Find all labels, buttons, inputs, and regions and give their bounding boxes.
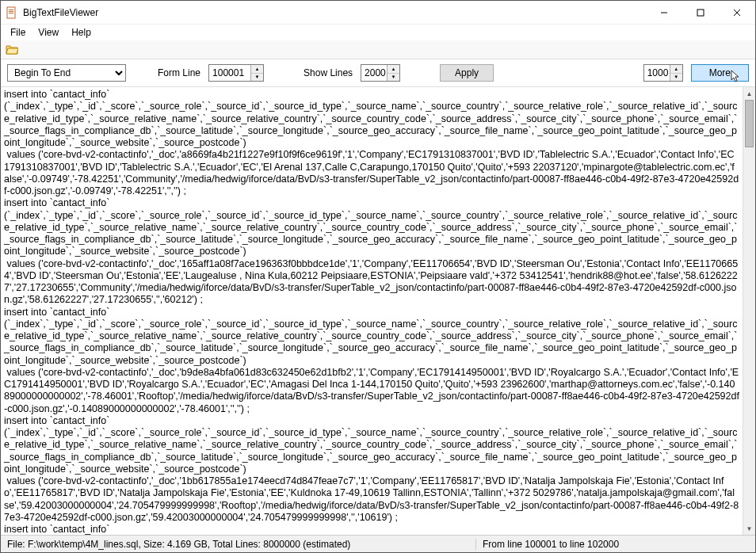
more-button[interactable]: More	[691, 64, 749, 82]
controls-row: Begin To End Form Line ▲▼ Show Lines ▲▼ …	[1, 59, 755, 86]
open-file-icon[interactable]	[6, 44, 18, 56]
apply-button[interactable]: Apply	[440, 64, 494, 82]
vertical-scrollbar[interactable]: ▲ ▼	[743, 87, 755, 535]
maximize-button[interactable]	[682, 1, 719, 24]
window-title: BigTextFileViewer	[23, 7, 646, 18]
svg-rect-5	[697, 10, 704, 16]
menubar: File View Help	[1, 25, 755, 40]
close-button[interactable]	[719, 1, 755, 24]
form-line-spinner[interactable]: ▲▼	[250, 65, 263, 81]
step-spinner[interactable]: ▲▼	[670, 65, 682, 81]
show-lines-spinner[interactable]: ▲▼	[387, 65, 399, 81]
menu-file[interactable]: File	[4, 25, 32, 40]
text-pane: insert into `cantact_info` (`_index`,`_t…	[1, 86, 755, 535]
show-lines-label: Show Lines	[304, 67, 353, 78]
direction-select[interactable]: Begin To End	[7, 64, 126, 82]
svg-rect-1	[9, 10, 13, 10]
scroll-thumb[interactable]	[745, 100, 754, 147]
statusbar: File: F:\work\temp\4M_lines.sql, Size: 4…	[1, 535, 755, 552]
menu-help[interactable]: Help	[65, 25, 97, 40]
menu-view[interactable]: View	[32, 25, 65, 40]
scroll-down-arrow-icon[interactable]: ▼	[743, 522, 755, 535]
file-content[interactable]: insert into `cantact_info` (`_index`,`_t…	[1, 87, 743, 535]
minimize-button[interactable]	[646, 1, 682, 24]
form-line-label: Form Line	[158, 67, 200, 78]
mouse-cursor-icon	[730, 70, 743, 82]
titlebar: BigTextFileViewer	[1, 1, 755, 25]
svg-rect-2	[9, 11, 13, 12]
scroll-track[interactable]	[743, 100, 755, 522]
scroll-up-arrow-icon[interactable]: ▲	[743, 87, 755, 100]
app-icon	[6, 6, 18, 19]
svg-rect-3	[9, 13, 13, 13]
status-left: File: F:\work\temp\4M_lines.sql, Size: 4…	[1, 539, 476, 550]
status-right: From line 100001 to line 102000	[476, 539, 625, 550]
more-button-label: More	[709, 67, 731, 78]
toolbar	[1, 40, 755, 59]
